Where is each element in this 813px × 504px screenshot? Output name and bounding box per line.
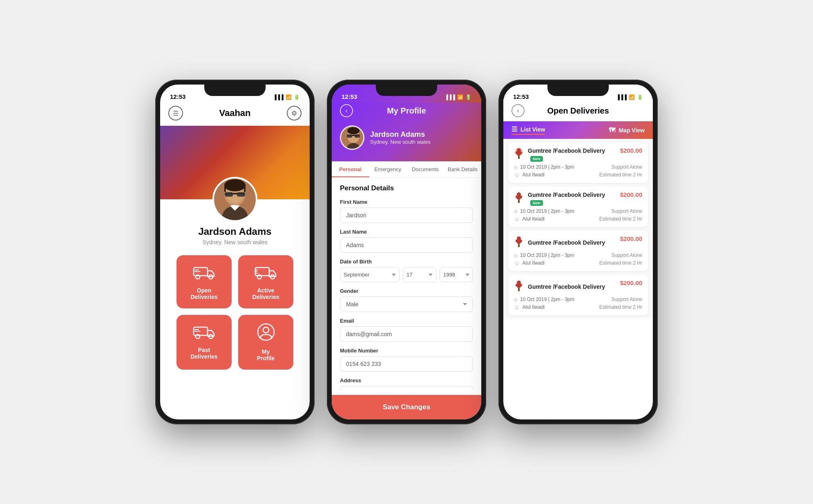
back-button[interactable]: ‹ (340, 104, 353, 117)
delivery-header-4: Gumtree /Facebook Delivery $200.00 (514, 279, 642, 294)
delivery-left-2: Gumtree /Facebook Delivery New (514, 191, 620, 206)
delivery-header-1: Gumtree /Facebook Delivery New $200.00 (514, 147, 642, 162)
delivery-header-2: Gumtree /Facebook Delivery New $200.00 (514, 191, 642, 206)
svg-rect-30 (347, 134, 352, 138)
svg-rect-14 (255, 268, 269, 276)
deliveries-title: Open Deliveries (547, 106, 609, 116)
clock-icon-3: ◎ (514, 253, 518, 258)
delivery-item-2[interactable]: Gumtree /Facebook Delivery New $200.00 ◎… (508, 186, 648, 227)
settings-button[interactable]: ⚙ (287, 106, 302, 120)
delivery-title-1: Gumtree /Facebook Delivery (528, 147, 605, 154)
dob-year-select[interactable]: 1998 (440, 267, 473, 282)
mobile-input[interactable] (340, 356, 473, 372)
address-search-icon: 🔍 (460, 390, 468, 390)
header-profile: ‹ My Profile (332, 103, 481, 121)
date-text-4: 10 Oct 2019 | 2pm - 3pm (520, 297, 574, 302)
past-deliveries-label: PastDeliveries (190, 347, 217, 360)
support-1: Support Alone (612, 164, 642, 170)
tab-emergency[interactable]: Emergency (369, 161, 407, 177)
email-group: Email (340, 318, 473, 342)
back-button-3[interactable]: ‹ (511, 104, 525, 117)
delivery-item-4[interactable]: Gumtree /Facebook Delivery $200.00 ◎ 10 … (508, 274, 648, 315)
dob-day-select[interactable]: 17 (403, 267, 436, 282)
dob-label: Date of Birth (340, 259, 473, 265)
delivery-left-3: Gumtree /Facebook Delivery (514, 235, 605, 250)
person-icon-1: ☺ (514, 172, 520, 178)
user-name-1: Jardson Adams (168, 226, 302, 237)
delivery-price-1: $200.00 (620, 147, 642, 154)
mobile-label: Mobile Number (340, 348, 473, 354)
delivery-title-3: Gumtree /Facebook Delivery (528, 239, 605, 246)
past-deliveries-button[interactable]: PastDeliveries (176, 315, 232, 370)
map-view-label: Map View (619, 127, 645, 134)
dob-month-select[interactable]: September (340, 267, 400, 282)
list-view-button[interactable]: ☰ List View (511, 125, 545, 135)
profile2-info: Jardson Adams Sydney. New south wales (332, 121, 481, 156)
wifi-icon-2: 📶 (457, 94, 463, 100)
contact-text-3: Atul Ilwadi (522, 260, 545, 266)
tab-documents[interactable]: Documents (406, 161, 444, 177)
svg-point-32 (347, 127, 360, 134)
delivery-title-2: Gumtree /Facebook Delivery (528, 192, 605, 198)
last-name-input[interactable] (340, 237, 473, 253)
menu-button[interactable]: ☰ (168, 106, 183, 120)
gender-select[interactable]: Male Female Other (340, 297, 473, 312)
profile-info: Jardson Adams Sydney. New south wales (160, 199, 310, 378)
open-deliveries-button[interactable]: OpenDeliveries (176, 255, 232, 308)
active-deliveries-button[interactable]: ActiveDeliveries (238, 255, 293, 308)
delivery-price-3: $200.00 (620, 235, 642, 242)
delivery-date-3: ◎ 10 Oct 2019 | 2pm - 3pm (514, 252, 574, 258)
profile2-text: Jardson Adams Sydney. New south wales (370, 130, 431, 145)
svg-rect-31 (355, 134, 360, 138)
date-text-2: 10 Oct 2019 | 2pm - 3pm (520, 208, 574, 214)
mobile-group: Mobile Number (340, 348, 473, 372)
svg-rect-8 (244, 185, 246, 192)
battery-icon-3: 🔋 (637, 94, 643, 100)
my-profile-button[interactable]: MyProfile (238, 315, 293, 370)
delivery-row-date-1: ◎ 10 Oct 2019 | 2pm - 3pm Support Alone (514, 164, 642, 170)
est-time-3: Estimated time 2 Hr (599, 260, 642, 266)
delivery-item-1[interactable]: Gumtree /Facebook Delivery New $200.00 ◎… (508, 142, 648, 183)
notch (204, 85, 266, 96)
profile-banner (160, 126, 310, 199)
delivery-left-1: Gumtree /Facebook Delivery New (514, 147, 620, 162)
list-view-icon: ☰ (511, 125, 517, 133)
svg-point-26 (263, 327, 269, 333)
phone-screen2: 12:53 ▐▐▐ 📶 🔋 ‹ My Profile (327, 80, 486, 424)
header-deliveries: ‹ Open Deliveries (503, 103, 653, 121)
address-input[interactable] (340, 386, 473, 390)
support-4: Support Alone (612, 297, 642, 302)
svg-rect-4 (225, 192, 233, 196)
email-input[interactable] (340, 326, 473, 342)
delivery-item-3[interactable]: Gumtree /Facebook Delivery $200.00 ◎ 10 … (508, 230, 648, 271)
support-2: Support Alone (612, 208, 642, 214)
new-badge-2: New (530, 200, 543, 206)
delivery-row-contact-2: ☺ Atul Ilwadi Estimated time 2 Hr (514, 216, 642, 222)
new-badge-1: New (530, 156, 543, 162)
svg-point-47 (517, 241, 521, 244)
first-name-input[interactable] (340, 207, 473, 223)
dob-row: September 17 1998 (340, 267, 473, 282)
delivery-left-4: Gumtree /Facebook Delivery (514, 279, 605, 294)
delivery-tree-icon-3 (514, 235, 524, 250)
user-avatar (212, 177, 257, 222)
last-name-label: Last Name (340, 229, 473, 235)
est-time-2: Estimated time 2 Hr (599, 216, 642, 222)
last-name-group: Last Name (340, 229, 473, 253)
contact-text-4: Atul Ilwadi (522, 304, 545, 310)
form-area: Personal Details First Name Last Name Da… (332, 178, 481, 390)
profile-page-title: My Profile (387, 106, 426, 116)
first-name-label: First Name (340, 199, 473, 205)
svg-point-42 (517, 196, 521, 200)
my-profile-icon (257, 323, 275, 344)
screen2-top: 12:53 ▐▐▐ 📶 🔋 ‹ My Profile (332, 85, 481, 161)
delivery-tree-icon-4 (514, 279, 524, 294)
support-3: Support Alone (612, 252, 642, 258)
signal-icon: ▐▐▐ (273, 94, 284, 100)
battery-icon: 🔋 (294, 94, 300, 100)
tab-personal[interactable]: Personal (332, 161, 369, 177)
address-group: Address 🔍 (340, 377, 473, 390)
map-view-button[interactable]: 🗺 Map View (609, 127, 645, 134)
save-changes-button[interactable]: Save Changes (332, 395, 481, 419)
tab-bank-details[interactable]: Bank Details (444, 161, 482, 177)
